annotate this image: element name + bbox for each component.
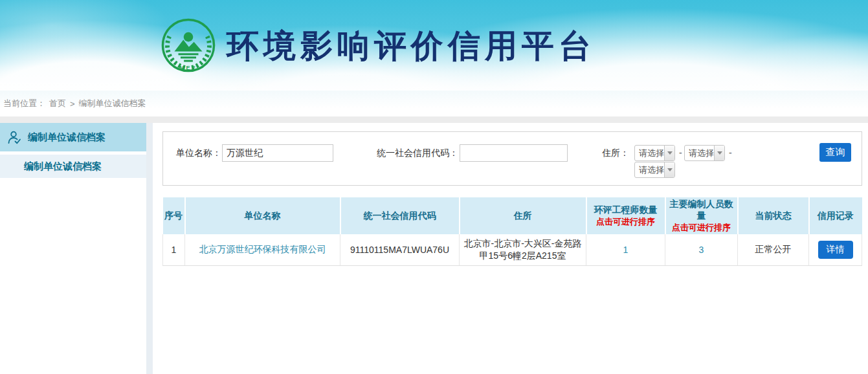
col-engineer-count[interactable]: 环评工程师数量 点击可进行排序 <box>586 197 665 234</box>
breadcrumb: 当前位置： 首页 > 编制单位诚信档案 <box>0 91 868 116</box>
address-city-value: 请选择 <box>685 146 714 160</box>
page-title: 环境影响评价信用平台 <box>227 25 595 68</box>
address-city-select[interactable]: 请选择 <box>684 145 725 161</box>
table-header-row: 序号 单位名称 统一社会信用代码 住所 环评工程师数量 点击可进行排序 主要编制… <box>163 197 862 234</box>
engineer-sort-hint[interactable]: 点击可进行排序 <box>588 217 663 227</box>
results-table: 序号 单位名称 统一社会信用代码 住所 环评工程师数量 点击可进行排序 主要编制… <box>162 197 862 266</box>
sidebar: 编制单位诚信档案 编制单位诚信档案 <box>0 123 146 374</box>
breadcrumb-separator-icon: > <box>70 99 75 109</box>
main-panel: 单位名称： 统一社会信用代码： 住所： 请选择 - 请选择 - 请选择 查询 <box>153 123 868 374</box>
chevron-down-icon[interactable] <box>664 146 674 160</box>
content-area: 编制单位诚信档案 编制单位诚信档案 单位名称： 统一社会信用代码： 住所： 请选… <box>0 123 868 374</box>
address-dash-1: - <box>679 144 682 161</box>
col-staff-count[interactable]: 主要编制人员数量 点击可进行排序 <box>665 197 738 234</box>
unit-name-input[interactable] <box>222 144 333 162</box>
engineer-count-link[interactable]: 1 <box>623 245 629 255</box>
col-index: 序号 <box>163 197 185 234</box>
detail-button[interactable]: 详情 <box>818 241 853 259</box>
status-value: 正常公开 <box>738 234 809 265</box>
credit-code-label: 统一社会信用代码： <box>377 144 458 161</box>
sidebar-item-label: 编制单位诚信档案 <box>28 131 106 144</box>
col-status: 当前状态 <box>738 197 809 234</box>
divider-band <box>0 116 868 123</box>
col-address: 住所 <box>460 197 586 234</box>
chevron-down-icon[interactable] <box>664 162 674 177</box>
address-province-select[interactable]: 请选择 <box>634 145 675 161</box>
col-staff-count-label: 主要编制人员数量 <box>667 199 736 221</box>
user-check-icon <box>6 129 22 145</box>
col-credit-code: 统一社会信用代码 <box>340 197 460 234</box>
address-province-value: 请选择 <box>635 146 664 160</box>
address-label: 住所： <box>602 144 629 161</box>
row-index: 1 <box>163 234 185 265</box>
sidebar-divider <box>146 123 153 374</box>
unit-name-label: 单位名称： <box>176 144 221 161</box>
search-panel: 单位名称： 统一社会信用代码： 住所： 请选择 - 请选择 - 请选择 查询 <box>162 131 862 186</box>
breadcrumb-home-link[interactable]: 首页 <box>49 98 66 109</box>
staff-sort-hint[interactable]: 点击可进行排序 <box>667 223 736 233</box>
site-header: MEE 环境影响评价信用平台 <box>0 0 868 91</box>
address-dash-2: - <box>729 144 732 161</box>
col-company: 单位名称 <box>185 197 340 234</box>
query-button[interactable]: 查询 <box>819 143 851 162</box>
col-engineer-count-label: 环评工程师数量 <box>588 204 663 216</box>
mee-logo-icon: MEE <box>161 17 216 73</box>
chevron-down-icon[interactable] <box>714 146 724 160</box>
table-row: 1 北京万源世纪环保科技有限公司 91110115MA7LWUA76U 北京市-… <box>163 234 862 265</box>
company-link[interactable]: 北京万源世纪环保科技有限公司 <box>199 244 326 254</box>
address-district-select[interactable]: 请选择 <box>634 162 675 178</box>
mee-logo-text: MEE <box>179 65 197 71</box>
address-district-value: 请选择 <box>635 162 664 177</box>
credit-code-input[interactable] <box>460 144 568 162</box>
credit-code-value: 91110115MA7LWUA76U <box>340 234 460 265</box>
breadcrumb-label: 当前位置： <box>3 98 45 109</box>
staff-count-link[interactable]: 3 <box>699 245 704 255</box>
address-value: 北京市-北京市-大兴区-金苑路甲15号6幢2层A215室 <box>460 234 586 265</box>
breadcrumb-current: 编制单位诚信档案 <box>79 98 146 109</box>
col-credit-record: 信用记录 <box>809 197 862 234</box>
sidebar-item-archive[interactable]: 编制单位诚信档案 <box>0 123 146 151</box>
sidebar-subitem-archive[interactable]: 编制单位诚信档案 <box>0 155 146 178</box>
